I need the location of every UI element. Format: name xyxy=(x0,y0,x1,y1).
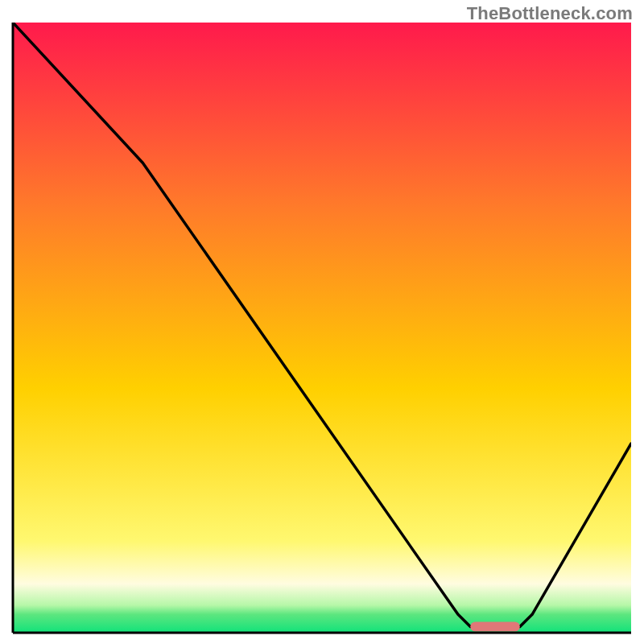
gradient-background xyxy=(13,23,631,633)
chart-container: TheBottleneck.com xyxy=(0,0,644,644)
target-pill xyxy=(470,621,519,631)
bottleneck-plot xyxy=(0,0,644,644)
watermark-text: TheBottleneck.com xyxy=(467,3,633,24)
